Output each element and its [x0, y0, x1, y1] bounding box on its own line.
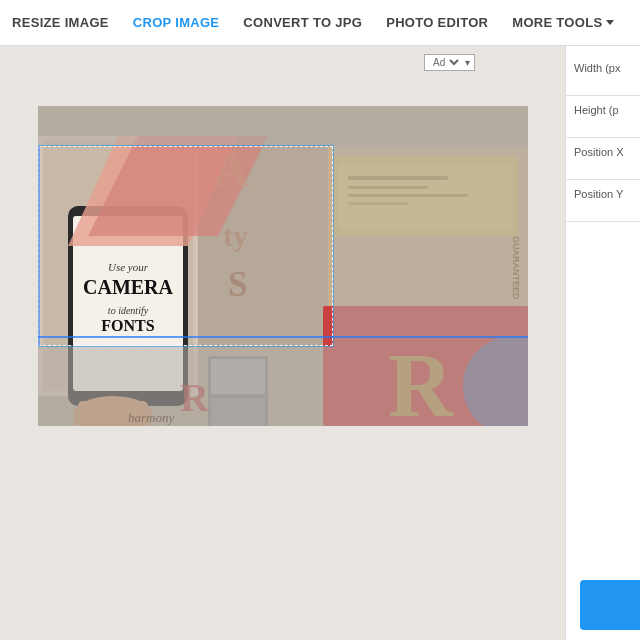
main-layout: Ad ▾ Use your CAMERA to identify FONTS: [0, 46, 640, 640]
crop-guide-line-horizontal: [38, 336, 528, 338]
canvas-area: Ad ▾ Use your CAMERA to identify FONTS: [0, 46, 565, 640]
chevron-down-icon: [606, 20, 614, 25]
sidebar-field-position-y: Position Y: [566, 180, 640, 222]
sidebar-field-position-x: Position X: [566, 138, 640, 180]
sidebar-field-width: Width (px: [566, 54, 640, 96]
sidebar-field-height: Height (p: [566, 96, 640, 138]
nav-crop-image[interactable]: CROP IMAGE: [121, 0, 232, 46]
sidebar: Width (px Height (p Position X Position …: [565, 46, 640, 640]
image-canvas-wrapper[interactable]: Use your CAMERA to identify FONTS A ty S: [38, 106, 528, 426]
crop-guide-line-vertical: [38, 146, 40, 346]
nav-photo-editor[interactable]: PHOTO EDITOR: [374, 0, 500, 46]
ad-select[interactable]: Ad: [429, 56, 462, 69]
nav-resize-image[interactable]: RESIZE IMAGE: [8, 0, 121, 46]
crop-overlay-top: [38, 106, 528, 146]
navbar: RESIZE IMAGE CROP IMAGE CONVERT TO JPG P…: [0, 0, 640, 46]
crop-overlay-right: [333, 146, 528, 346]
nav-convert-to-jpg[interactable]: CONVERT TO JPG: [231, 0, 374, 46]
ad-badge[interactable]: Ad ▾: [424, 54, 475, 71]
ad-chevron-icon: ▾: [465, 57, 470, 68]
crop-selection-box[interactable]: [38, 146, 333, 346]
blue-action-button[interactable]: [580, 580, 640, 630]
nav-more-tools[interactable]: MORE TOOLS: [500, 0, 626, 46]
crop-overlay-bottom: [38, 346, 528, 426]
